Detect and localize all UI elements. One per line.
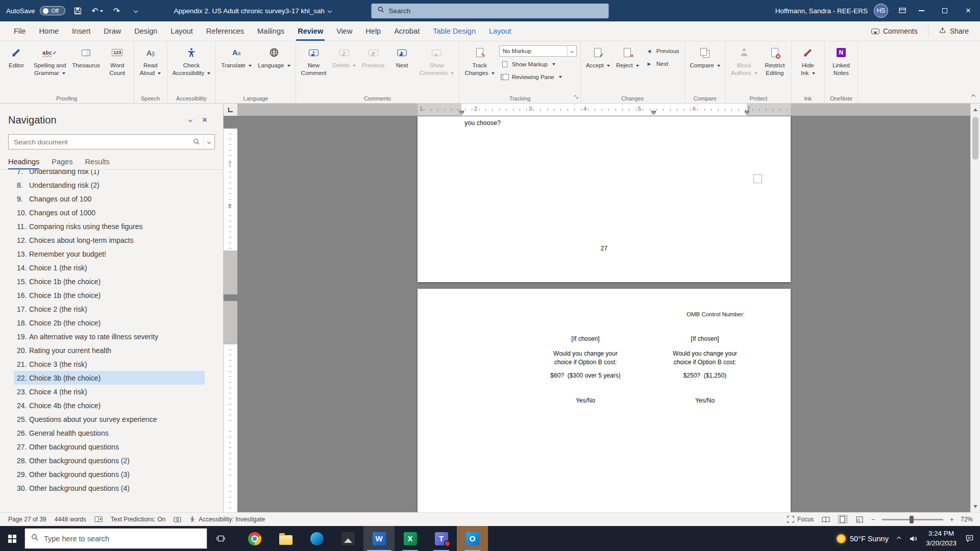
check-accessibility-button[interactable]: CheckAccessibility [169,42,214,91]
compare-button[interactable]: Compare [687,42,724,91]
document-title[interactable]: Appendix 2. US Adult chronic survey3-17 … [174,7,331,15]
thesaurus-button[interactable]: Thesaurus [69,42,103,91]
reject-button[interactable]: ×Reject [613,42,642,91]
heading-item-15[interactable]: 15.Choice 1b (the choice) [14,274,205,288]
edge-taskbar-button[interactable] [301,526,332,551]
scroll-up-button[interactable] [971,105,980,114]
word-taskbar-button[interactable]: W [363,526,395,551]
heading-item-26[interactable]: 26.General health questions [14,426,205,440]
maximize-button[interactable] [933,0,957,21]
file-explorer-taskbar-button[interactable] [270,526,301,551]
translate-button[interactable]: AaTranslate [218,42,255,91]
tab-help[interactable]: Help [359,21,387,41]
zoom-slider-thumb[interactable] [910,516,914,523]
read-mode-button[interactable] [821,515,831,524]
heading-item-29[interactable]: 29.Other background questions (3) [14,467,205,481]
task-view-button[interactable] [207,526,234,551]
text-predictions-indicator[interactable]: Text Predictions: On [111,516,165,523]
document-search-input[interactable] [9,138,190,146]
chrome-taskbar-button[interactable] [239,526,270,551]
undo-button[interactable]: ↶ [90,4,104,18]
taskbar-search-input[interactable] [44,535,201,543]
reviewing-pane-button[interactable]: Reviewing Pane [499,71,577,82]
checkbox[interactable] [753,174,762,183]
focus-button[interactable]: Focus [787,516,814,523]
document-scrollbar[interactable] [970,104,980,512]
heading-item-25[interactable]: 25.Questions about your survey experienc… [14,412,205,426]
horizontal-ruler[interactable]: 1234567 [237,104,970,116]
tab-acrobat[interactable]: Acrobat [387,21,426,41]
dialog-launcher-icon[interactable] [574,92,579,102]
speaker-icon[interactable] [909,535,917,543]
document-page-27[interactable]: you choose? 27 [418,116,791,282]
zoom-in-button[interactable]: + [950,515,954,523]
tab-table-design[interactable]: Table Design [426,21,482,41]
heading-item-22[interactable]: 22.Choice 3b (the choice) [14,371,205,385]
zoom-out-button[interactable]: − [871,515,875,523]
previous-button[interactable]: ◂Previous [644,45,681,56]
document-page-28[interactable]: OMB Control Number: [If chosen] Would yo… [418,289,791,512]
navigation-options-button[interactable] [183,114,198,126]
redo-button[interactable]: ↷ [109,4,124,18]
accessibility-indicator[interactable]: Accessibility: Investigate [189,516,265,523]
track-changes-button[interactable]: ✎TrackChanges [461,42,497,91]
word-count-indicator[interactable]: 4448 words [55,516,86,523]
show-hidden-icons-button[interactable] [897,537,900,540]
restrict-editing-button[interactable]: RestrictEditing [761,42,789,91]
show-markup-button[interactable]: Show Markup [499,59,577,69]
heading-item-27[interactable]: 27.Other background questions [14,440,205,454]
start-button[interactable] [0,526,24,551]
minimize-button[interactable] [910,0,933,21]
user-avatar[interactable]: HS [874,4,888,18]
tab-selector[interactable] [224,104,237,116]
read-aloud-button[interactable]: A))ReadAloud [136,42,165,91]
print-layout-button[interactable] [838,515,848,524]
heading-item-11[interactable]: 11.Comparing risks using these figures [14,219,205,233]
document-search-box[interactable] [8,134,215,149]
zoom-slider[interactable] [882,519,943,520]
next-button[interactable]: ▸Next [644,58,681,69]
heading-item-28[interactable]: 28.Other background questions (2) [14,454,205,467]
ribbon-display-options-button[interactable] [895,4,910,18]
tab-results[interactable]: Results [85,158,109,169]
language-button[interactable]: Language [255,42,293,91]
zoom-level[interactable]: 72% [961,516,973,523]
heading-item-24[interactable]: 24.Choice 4b (the choice) [14,398,205,412]
accept-button[interactable]: ✓Accept [583,42,613,91]
tab-references[interactable]: References [200,21,251,41]
heading-item-13[interactable]: 13.Remember your budget! [14,247,205,261]
heading-item-7[interactable]: 7.Understanding risk (1) [14,170,205,178]
tab-design[interactable]: Design [128,21,164,41]
tab-headings[interactable]: Headings [8,158,39,169]
tab-mailings[interactable]: Mailings [251,21,291,41]
titlebar-search-box[interactable] [372,4,609,18]
heading-item-12[interactable]: 12.Choices about long-term impacts [14,233,205,247]
word-count-button[interactable]: 123WordCount [103,42,132,91]
heading-item-20[interactable]: 20.Rating your current health [14,343,205,357]
navigation-close-button[interactable]: × [198,114,212,126]
heading-item-18[interactable]: 18.Choice 2b (the choice) [14,316,205,330]
excel-taskbar-button[interactable]: X [395,526,426,551]
tab-home[interactable]: Home [32,21,65,41]
linked-notes-button[interactable]: NLinkedNotes [827,42,855,91]
customize-quick-access-button[interactable] [129,4,143,18]
share-button[interactable]: Share [939,27,969,36]
heading-item-9[interactable]: 9.Changes out of 100 [14,192,205,206]
tab-view[interactable]: View [330,21,359,41]
titlebar-search-input[interactable] [389,7,603,15]
heading-item-10[interactable]: 10.Changes out of 1000 [14,206,205,219]
close-button[interactable]: × [957,0,980,21]
photos-taskbar-button[interactable] [332,526,363,551]
user-name[interactable]: Hoffmann, Sandra - REE-ERS [775,7,868,15]
heading-item-19[interactable]: 19.An alternative way to rate illness se… [14,330,205,343]
heading-item-16[interactable]: 16.Choice 1b (the choice) [14,288,205,302]
combo-caret[interactable] [567,46,576,56]
tab-pages[interactable]: Pages [52,158,72,169]
display-for-review-select[interactable]: No Markup [499,45,577,57]
tab-layout[interactable]: Layout [482,21,518,41]
table-column-marker[interactable] [651,111,656,115]
scroll-down-button[interactable] [971,502,980,511]
heading-item-21[interactable]: 21.Choice 3 (the risk) [14,357,205,371]
heading-item-8[interactable]: 8.Understanding risk (2) [14,178,205,192]
editor-button[interactable]: Editor [2,42,31,91]
